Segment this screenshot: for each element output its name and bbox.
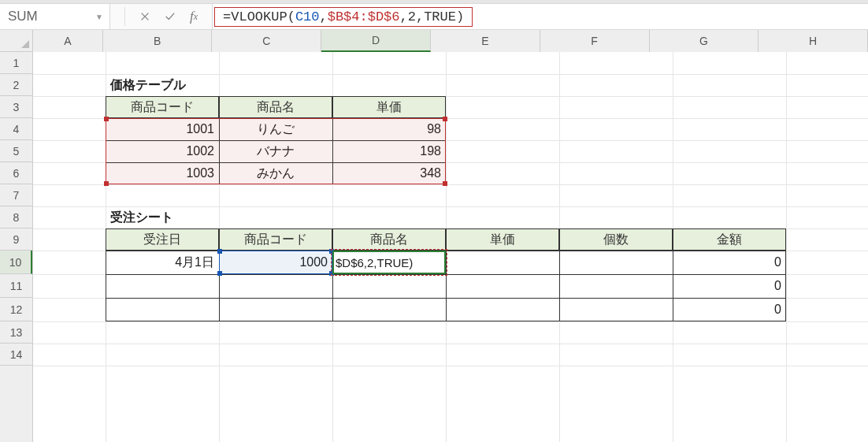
order-code[interactable]: 1000 [219,251,332,274]
column-header-H[interactable]: H [759,30,868,52]
formula-token: =VLOOKUP( [223,9,295,24]
row-header-6[interactable]: 6 [0,162,32,184]
row-header-1[interactable]: 1 [0,52,32,74]
order-header-2[interactable]: 商品名 [332,228,446,251]
price-header-2[interactable]: 単価 [332,96,446,118]
row-header-4[interactable]: 4 [0,118,32,140]
formula-bar: SUM ▼ fx =VLOOKUP(C10,$B$4:$D$6,2,TRUE) [0,3,868,30]
order-header-0[interactable]: 受注日 [106,228,219,251]
table-line [106,162,446,163]
table-line [106,140,446,141]
row-header-11[interactable]: 11 [0,274,32,298]
formula-ref1: C10 [295,9,320,24]
select-all-corner[interactable] [0,30,33,52]
column-header-G[interactable]: G [650,30,759,52]
table-line [332,118,333,184]
formula-token: ) [456,9,464,24]
column-header-D[interactable]: D [321,30,431,52]
order-header-4[interactable]: 個数 [559,228,673,251]
column-header-A[interactable]: A [33,30,103,52]
formula-token: , [320,9,328,24]
order-sheet-title[interactable]: 受注シート [106,206,332,228]
column-header-E[interactable]: E [431,30,540,52]
formula-token: 2 [408,9,416,24]
excel-window: SUM ▼ fx =VLOOKUP(C10,$B$4:$D$6,2,TRUE) … [0,0,868,442]
order-date[interactable] [106,298,219,321]
row-header-13[interactable]: 13 [0,321,32,344]
divider [124,7,125,26]
order-header-5[interactable]: 金額 [673,228,786,251]
order-name[interactable] [332,274,446,298]
order-name[interactable] [332,298,446,321]
formula-text: =VLOOKUP(C10,$B$4:$D$6,2,TRUE) [214,7,473,27]
row-header-5[interactable]: 5 [0,140,32,162]
order-price[interactable] [446,251,559,274]
order-price[interactable] [446,274,559,298]
fx-icon[interactable]: fx [190,9,198,24]
order-qty[interactable] [559,251,673,274]
formula-input[interactable]: =VLOOKUP(C10,$B$4:$D$6,2,TRUE) [213,4,868,29]
row-header-14[interactable]: 14 [0,344,32,366]
formula-token: , [400,9,408,24]
order-qty[interactable] [559,274,673,298]
order-date[interactable]: 4月1日 [106,251,219,274]
row-headers: 1234567891011121314 [0,52,33,442]
row-header-7[interactable]: 7 [0,184,32,206]
price-table-title[interactable]: 価格テーブル [106,74,332,96]
column-header-F[interactable]: F [540,30,650,52]
order-code[interactable] [219,274,332,298]
order-header-3[interactable]: 単価 [446,228,559,251]
price-header-0[interactable]: 商品コード [106,96,219,118]
enter-check-icon[interactable] [165,11,176,22]
column-header-C[interactable]: C [212,30,321,52]
order-qty[interactable] [559,298,673,321]
row-header-12[interactable]: 12 [0,298,32,321]
spreadsheet[interactable]: ABCDEFGH 1234567891011121314 価格テーブル商品コード… [0,30,868,442]
row-header-9[interactable]: 9 [0,228,32,251]
chevron-down-icon[interactable]: ▼ [95,13,103,21]
column-headers: ABCDEFGH [33,30,868,52]
order-date[interactable] [106,274,219,298]
order-amount[interactable]: 0 [673,298,786,321]
order-header-1[interactable]: 商品コード [219,228,332,251]
order-price[interactable] [446,298,559,321]
row-header-2[interactable]: 2 [0,74,32,96]
name-box[interactable]: SUM ▼ [0,4,110,29]
cell-grid[interactable]: 価格テーブル商品コード商品名単価1001りんご981002バナナ1981003み… [33,52,868,442]
cell-editing-text[interactable]: $D$6,2,TRUE) [332,251,446,274]
formula-token: , [416,9,424,24]
price-header-1[interactable]: 商品名 [219,96,332,118]
formula-ref2: $B$4:$D$6 [328,9,400,24]
cancel-icon[interactable] [139,11,150,22]
price-table-outline [106,118,446,184]
row-header-8[interactable]: 8 [0,206,32,228]
formula-token: TRUE [424,9,456,24]
column-header-B[interactable]: B [103,30,213,52]
formula-bar-buttons: fx [110,4,213,29]
order-amount[interactable]: 0 [673,251,786,274]
row-header-10[interactable]: 10 [0,251,32,274]
order-code[interactable] [219,298,332,321]
table-line [219,118,220,184]
row-header-3[interactable]: 3 [0,96,32,118]
name-box-value: SUM [8,9,38,24]
order-amount[interactable]: 0 [673,274,786,298]
